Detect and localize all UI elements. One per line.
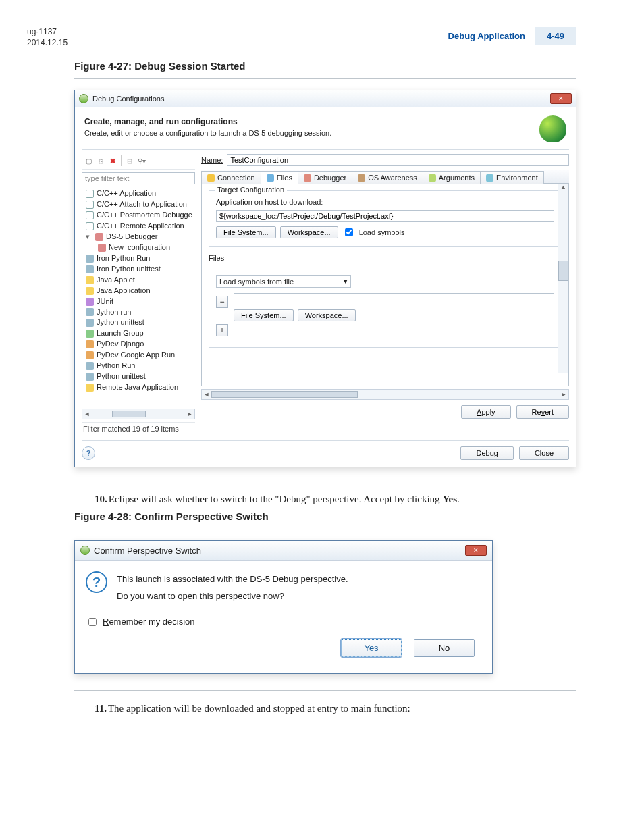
app-icon: [80, 546, 90, 555]
junit-icon: [86, 298, 94, 306]
tab-bar: Connection Files Debugger OS Awareness A…: [201, 170, 569, 184]
duplicate-config-icon[interactable]: ⎘: [95, 155, 106, 166]
files-group: Load symbols from file ▾ − File System..…: [209, 265, 562, 348]
load-symbols-select[interactable]: Load symbols from file ▾: [216, 275, 351, 288]
files-tab-body: Target Configuration Application on host…: [201, 184, 569, 386]
target-config-group: Target Configuration Application on host…: [209, 190, 562, 247]
chevron-down-icon: ▾: [344, 277, 348, 286]
debugger-icon: [304, 174, 311, 182]
tree-item[interactable]: New_configuration: [109, 242, 170, 253]
python-run-icon: [86, 362, 94, 370]
doc-id: ug-1137: [27, 27, 68, 38]
debug-button[interactable]: Debug: [460, 446, 513, 460]
scroll-right-icon[interactable]: ►: [185, 411, 194, 417]
expand-icon[interactable]: ▾: [86, 232, 92, 242]
left-hscrollbar[interactable]: ◄ ►: [82, 409, 195, 419]
right-vscrollbar[interactable]: ▲: [558, 184, 568, 373]
load-symbols-label: Load symbols: [359, 228, 405, 236]
tree-item[interactable]: JUnit: [97, 296, 113, 307]
collapse-button[interactable]: −: [216, 296, 228, 308]
tree-item[interactable]: Java Applet: [97, 275, 135, 286]
app-host-input[interactable]: [216, 210, 554, 222]
ironpy-unit-icon: [86, 265, 94, 273]
tab-arguments[interactable]: Arguments: [423, 171, 481, 184]
tree-item[interactable]: C/C++ Remote Application: [97, 221, 184, 232]
tree-item[interactable]: Python unittest: [97, 371, 146, 382]
scroll-thumb[interactable]: [112, 411, 146, 417]
tree-item[interactable]: PyDev Google App Run: [97, 350, 175, 361]
app-host-label: Application on host to download:: [216, 198, 554, 206]
scroll-left-icon[interactable]: ◄: [202, 391, 211, 398]
window-titlebar[interactable]: Debug Configurations ✕: [75, 90, 576, 107]
ds5-icon: [95, 233, 103, 241]
tree-item[interactable]: Jython unittest: [97, 317, 144, 328]
close-button[interactable]: Close: [519, 446, 569, 460]
scroll-left-icon[interactable]: ◄: [82, 411, 92, 417]
app-icon: [79, 94, 88, 103]
doc-date: 2014.12.15: [27, 38, 68, 49]
tab-debugger[interactable]: Debugger: [298, 171, 352, 184]
confirm-perspective-dialog: Confirm Perspective Switch ✕ ? This laun…: [74, 540, 493, 673]
symbol-file-input[interactable]: [234, 293, 554, 305]
env-icon: [486, 174, 493, 182]
name-input[interactable]: [227, 154, 569, 166]
yes-button[interactable]: Yes: [341, 639, 402, 657]
workspace-button-2[interactable]: Workspace...: [298, 309, 356, 321]
file-system-button[interactable]: File System...: [216, 226, 276, 238]
tree-item[interactable]: C/C++ Attach to Application: [97, 199, 187, 210]
pydev-gae-icon: [86, 351, 94, 359]
config-tree[interactable]: C/C++ Application C/C++ Attach to Applic…: [82, 188, 195, 405]
close-icon[interactable]: ✕: [550, 93, 572, 104]
rule: [74, 78, 576, 79]
new-config-icon[interactable]: ▢: [83, 155, 94, 166]
window-title: Debug Configurations: [92, 95, 164, 103]
tab-files[interactable]: Files: [261, 171, 298, 184]
tab-os-awareness[interactable]: OS Awareness: [352, 171, 423, 184]
tree-item[interactable]: C/C++ Postmortem Debugge: [97, 210, 192, 221]
right-hscrollbar[interactable]: ◄ ►: [201, 389, 569, 400]
os-icon: [358, 174, 365, 182]
tree-item[interactable]: DS-5 Debugger: [106, 232, 157, 242]
tree-item[interactable]: C/C++ Application: [97, 188, 156, 199]
hscroll-thumb[interactable]: [211, 391, 358, 398]
rule: [74, 690, 576, 691]
c-postmortem-icon: [86, 211, 94, 219]
scroll-up-icon[interactable]: ▲: [558, 184, 568, 193]
tree-item[interactable]: Python Run: [97, 361, 135, 371]
dialog-titlebar[interactable]: Confirm Perspective Switch ✕: [75, 541, 492, 561]
apply-button[interactable]: Apply: [461, 405, 511, 419]
tree-item[interactable]: Launch Group: [97, 328, 144, 339]
tree-item[interactable]: Remote Java Application: [97, 382, 178, 393]
tree-item[interactable]: PyDev Django: [97, 339, 144, 350]
page-number: 4-49: [535, 27, 576, 45]
help-icon[interactable]: ?: [82, 446, 95, 460]
delete-config-icon[interactable]: ✖: [107, 155, 118, 166]
tree-item[interactable]: Iron Python unittest: [97, 264, 161, 275]
tree-item[interactable]: Jython run: [97, 307, 131, 318]
file-system-button-2[interactable]: File System...: [234, 309, 294, 321]
doc-id-block: ug-1137 2014.12.15: [27, 27, 68, 48]
figure-27-caption: Figure 4-27: Debug Session Started: [74, 60, 576, 72]
remember-checkbox[interactable]: [88, 618, 97, 626]
load-symbols-checkbox[interactable]: [345, 228, 353, 236]
section-title-link[interactable]: Debug Application: [439, 27, 535, 45]
close-icon[interactable]: ✕: [465, 545, 487, 556]
filter-input[interactable]: [82, 172, 195, 184]
collapse-all-icon[interactable]: ⊟: [124, 155, 135, 166]
tab-connection[interactable]: Connection: [201, 171, 261, 184]
revert-button[interactable]: Revert: [516, 405, 569, 419]
workspace-button[interactable]: Workspace...: [280, 226, 338, 238]
args-icon: [429, 174, 436, 182]
vscroll-thumb[interactable]: [558, 261, 568, 281]
tab-environment[interactable]: Environment: [480, 171, 544, 184]
tree-item[interactable]: Iron Python Run: [97, 253, 151, 264]
window-heading: Create, manage, and run configurations: [84, 115, 331, 128]
no-button[interactable]: No: [414, 639, 475, 657]
scroll-right-icon[interactable]: ►: [559, 391, 568, 398]
left-toolbar: ▢ ⎘ ✖ ⊟ ⚲▾: [82, 154, 195, 170]
add-button[interactable]: +: [216, 324, 228, 336]
step-10: 10.Eclipse will ask whether to switch to…: [95, 492, 576, 506]
tree-item[interactable]: Java Application: [97, 286, 151, 296]
filter-icon[interactable]: ⚲▾: [136, 155, 147, 166]
dialog-line-2: Do you want to open this perspective now…: [117, 588, 348, 605]
